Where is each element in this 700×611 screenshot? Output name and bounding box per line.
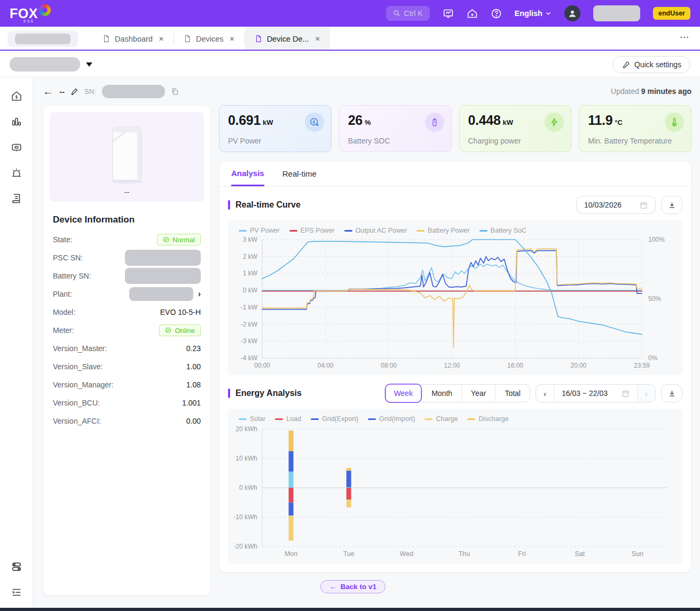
back-icon[interactable]: ← [43, 86, 53, 97]
legend-item[interactable]: EPS Power [289, 227, 335, 234]
legend-label: Battery SoC [491, 227, 526, 234]
svg-text:-20 kWh: -20 kWh [233, 543, 257, 550]
bolt-icon [545, 113, 564, 132]
topbar: FOX ESS Ctrl K English [0, 0, 700, 27]
close-icon[interactable]: ✕ [315, 35, 320, 43]
svg-text:08:00: 08:00 [381, 362, 397, 369]
logo-swirl-icon [39, 4, 51, 16]
legend-item[interactable]: Discharge [467, 415, 508, 423]
legend-item[interactable]: Load [275, 415, 301, 423]
chevron-right-icon[interactable]: › [198, 289, 201, 299]
redacted-tab[interactable] [7, 31, 78, 47]
avatar[interactable] [564, 5, 580, 21]
svg-text:50%: 50% [648, 295, 661, 303]
close-icon[interactable]: ✕ [230, 35, 235, 43]
svg-text:3 kW: 3 kW [243, 236, 258, 243]
legend-item[interactable]: Solar [239, 415, 265, 423]
date-range-picker[interactable]: 16/03 ~ 22/03 [554, 389, 637, 398]
realtime-curve-canvas[interactable]: 3 kW2 kW1 kW0 kW-1 kW-2 kW-3 kW-4 kW100%… [228, 235, 682, 372]
period-week-button[interactable]: Week [385, 384, 423, 403]
svg-text:Tue: Tue [343, 550, 355, 558]
svg-text:-2 kW: -2 kW [241, 321, 258, 328]
period-total-button[interactable]: Total [495, 384, 530, 402]
legend-item[interactable]: Battery SoC [479, 227, 526, 234]
svg-text:Thu: Thu [459, 550, 470, 558]
svg-text:100%: 100% [648, 236, 665, 243]
back-to-v1-button[interactable]: ← Back to v1 [320, 580, 386, 593]
user-icon [568, 9, 577, 18]
legend-swatch [424, 418, 432, 420]
section-accent [228, 200, 230, 210]
info-row-meter: Meter: Online [50, 321, 204, 339]
help-icon[interactable] [491, 8, 502, 19]
download-icon [668, 390, 676, 398]
tab-label: Device De... [267, 35, 309, 43]
energy-analysis-canvas[interactable]: 20 kWh10 kWh0 kWh-10 kWh-20 kWhMonTueWed… [228, 424, 682, 560]
tab-label: Devices [196, 35, 224, 43]
next-range-button[interactable]: › [637, 384, 655, 402]
tab-real-time[interactable]: Real-time [282, 161, 317, 186]
sidebar-item-reports[interactable] [11, 193, 22, 204]
download-button[interactable] [661, 196, 682, 214]
download-button[interactable] [661, 384, 682, 402]
legend-label: Charge [436, 415, 458, 423]
tab-overflow-menu[interactable]: ⋯ [680, 31, 689, 43]
realtime-curve-chart: PV PowerEPS PowerOutput AC PowerBattery … [228, 220, 682, 375]
quick-settings-button[interactable]: Quick settings [612, 56, 690, 73]
status-badge-online: Online [159, 324, 201, 336]
foxess-logo[interactable]: FOX ESS [10, 6, 51, 20]
language-selector[interactable]: English [515, 9, 552, 18]
redacted-serial-number [102, 85, 165, 98]
sidebar-item-home[interactable] [11, 90, 22, 102]
tab-dashboard[interactable]: Dashboard ✕ [93, 27, 174, 51]
period-year-button[interactable]: Year [462, 384, 495, 402]
stat-card-battery-soc: 26% Battery SOC [339, 105, 452, 152]
date-picker[interactable]: 10/03/2026 [576, 196, 656, 214]
legend-swatch [479, 230, 487, 232]
sidebar-collapse-icon[interactable] [11, 586, 22, 598]
legend-item[interactable]: Grid(Import) [368, 415, 415, 423]
redacted-plant-name[interactable] [10, 57, 80, 72]
legend-item[interactable]: Charge [424, 415, 458, 423]
search-icon [393, 10, 400, 17]
sn-label: SN: [84, 88, 96, 96]
sidebar-item-devices[interactable] [11, 141, 22, 153]
sidebar-item-statistics[interactable] [11, 116, 22, 128]
home-add-icon[interactable] [467, 8, 478, 19]
tab-analysis[interactable]: Analysis [231, 161, 264, 186]
search-shortcut-label: Ctrl K [404, 9, 423, 18]
screen-chart-icon[interactable] [443, 8, 454, 19]
svg-text:Sat: Sat [575, 550, 585, 558]
edit-icon[interactable] [70, 88, 78, 96]
tab-devices[interactable]: Devices ✕ [174, 27, 245, 51]
info-row-psc-sn: PSC SN: [50, 249, 204, 267]
energy-analysis-title: Energy Analysis [235, 388, 302, 398]
prev-range-button[interactable]: ‹ [536, 384, 554, 402]
legend-item[interactable]: PV Power [239, 227, 280, 234]
realtime-curve-legend: PV PowerEPS PowerOutput AC PowerBattery … [228, 225, 682, 235]
device-info-card: -- Device Information State: Normal PSC … [43, 105, 211, 596]
legend-label: PV Power [250, 227, 280, 234]
close-icon[interactable]: ✕ [159, 35, 164, 43]
legend-item[interactable]: Battery Power [416, 227, 470, 234]
svg-text:Sun: Sun [632, 550, 643, 558]
calendar-icon [622, 390, 630, 398]
search-button[interactable]: Ctrl K [386, 6, 430, 21]
wrench-icon [622, 60, 630, 68]
back-arrow-icon: ← [329, 583, 337, 591]
quick-settings-label: Quick settings [634, 60, 681, 69]
sidebar-item-alarms[interactable] [11, 167, 22, 179]
svg-text:-3 kW: -3 kW [241, 337, 258, 345]
plant-dropdown-icon[interactable] [86, 62, 92, 67]
period-month-button[interactable]: Month [422, 384, 462, 402]
sidebar-item-toggles[interactable] [11, 561, 22, 573]
svg-text:1 kW: 1 kW [243, 269, 258, 277]
copy-icon[interactable] [171, 88, 179, 96]
info-row-version-manager: Version_Manager: 1.08 [50, 376, 204, 394]
legend-item[interactable]: Output AC Power [344, 227, 407, 234]
legend-item[interactable]: Grid(Export) [311, 415, 358, 423]
device-image-caption: -- [124, 188, 129, 196]
plant-bar: Quick settings [0, 52, 700, 78]
tab-device-detail[interactable]: Device De... ✕ [245, 27, 330, 51]
updated-timestamp: Updated 9 minutes ago [611, 87, 691, 96]
